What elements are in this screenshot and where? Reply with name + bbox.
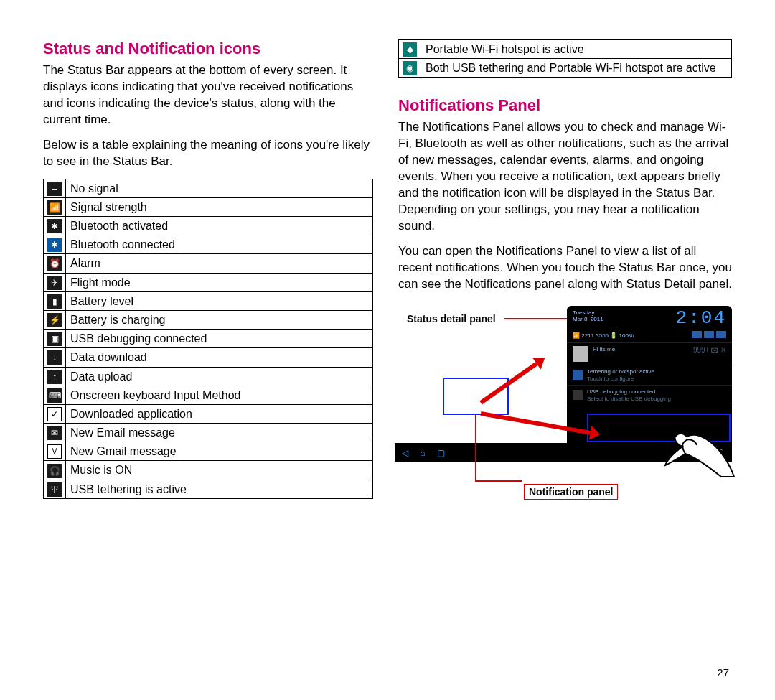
icon-description: Flight mode bbox=[66, 273, 373, 291]
notification-subtitle: Touch to configure bbox=[587, 375, 726, 383]
icon-description: Battery is charging bbox=[66, 310, 373, 329]
no-signal-icon: – bbox=[44, 179, 66, 197]
device-notification-item: Hi its me 999+ 🖂 ✕ bbox=[567, 343, 732, 365]
new-email-icon: ✉ bbox=[44, 424, 66, 442]
table-row: ✈Flight mode bbox=[44, 273, 373, 291]
table-row: ΨUSB tethering is active bbox=[44, 480, 373, 498]
device-date: Mar 8, 2011 bbox=[573, 317, 603, 323]
battery-level-icon: ▮ bbox=[44, 291, 66, 310]
icon-description: Battery level bbox=[66, 291, 373, 310]
icon-description: Data download bbox=[66, 348, 373, 367]
status-icon-table-continued: ◆Portable Wi-Fi hotspot is active◉Both U… bbox=[398, 39, 732, 78]
device-signal-battery: 📶 2211 3555 🔋 100% bbox=[573, 332, 634, 339]
status-icon-table: –No signal📶Signal strength✱Bluetooth act… bbox=[43, 179, 373, 499]
table-row: ✱Bluetooth connected bbox=[44, 235, 373, 254]
table-row: 🎧Music is ON bbox=[44, 461, 373, 480]
status-icons-heading: Status and Notification icons bbox=[43, 39, 373, 58]
page-number: 27 bbox=[398, 666, 732, 678]
back-icon: ◁ bbox=[402, 448, 408, 458]
callout-status-detail-label: Status detail panel bbox=[407, 313, 496, 325]
table-row: ↓Data download bbox=[44, 348, 373, 367]
usb-and-hotspot-icon: ◉ bbox=[399, 59, 421, 78]
status-icons-intro-1: The Status Bar appears at the bottom of … bbox=[43, 62, 373, 129]
notifications-panel-para-1: The Notifications Panel allows you to ch… bbox=[398, 119, 732, 235]
table-row: ▣USB debugging connected bbox=[44, 330, 373, 348]
highlight-box bbox=[587, 414, 731, 442]
left-column: Status and Notification icons The Status… bbox=[43, 39, 373, 678]
table-row: –No signal bbox=[44, 179, 373, 197]
table-row: 📶Signal strength bbox=[44, 197, 373, 216]
new-gmail-icon: M bbox=[44, 442, 66, 461]
icon-description: Bluetooth connected bbox=[66, 235, 373, 254]
icon-description: New Gmail message bbox=[66, 442, 373, 461]
hotspot-icon bbox=[573, 370, 583, 380]
notification-subtitle: Select to disable USB debugging bbox=[587, 396, 726, 403]
usb-tethering-icon: Ψ bbox=[44, 480, 66, 498]
table-row: MNew Gmail message bbox=[44, 442, 373, 461]
icon-description: Signal strength bbox=[66, 197, 373, 216]
avatar bbox=[573, 346, 588, 362]
data-upload-icon: ↑ bbox=[44, 367, 66, 386]
callout-leader-line bbox=[504, 318, 568, 319]
bluetooth-activated-icon: ✱ bbox=[44, 217, 66, 235]
callout-leader-line bbox=[475, 480, 522, 482]
notification-title: Tethering or hotspot active bbox=[587, 368, 726, 375]
table-row: ⏰Alarm bbox=[44, 254, 373, 273]
table-row: ↑Data upload bbox=[44, 367, 373, 386]
flight-mode-icon: ✈ bbox=[44, 273, 66, 291]
alarm-icon: ⏰ bbox=[44, 254, 66, 273]
table-row: ✱Bluetooth activated bbox=[44, 217, 373, 235]
device-notification-item: Tethering or hotspot active Touch to con… bbox=[567, 365, 732, 386]
notifications-panel-figure: Status detail panel Tuesday Mar 8, 2011 … bbox=[398, 306, 732, 500]
table-row: ◆Portable Wi-Fi hotspot is active bbox=[399, 40, 732, 59]
taskbar-status-icons: 🔋 📶 ⏲ bbox=[696, 448, 725, 456]
status-icons-intro-2: Below is a table explaining the meaning … bbox=[43, 137, 373, 170]
table-row: ⚡Battery is charging bbox=[44, 310, 373, 329]
data-download-icon: ↓ bbox=[44, 348, 66, 367]
battery-charging-icon: ⚡ bbox=[44, 310, 66, 329]
device-clock: 2:04 bbox=[676, 310, 726, 327]
icon-description: Bluetooth activated bbox=[66, 217, 373, 235]
device-quick-toggles bbox=[690, 331, 726, 340]
notification-actions: 🖂 ✕ bbox=[711, 346, 726, 354]
device-notification-item: USB debugging connected Select to disabl… bbox=[567, 386, 732, 406]
usb-debugging-icon: ▣ bbox=[44, 330, 66, 348]
notification-badge: 999+ bbox=[693, 346, 710, 354]
icon-description: No signal bbox=[66, 179, 373, 197]
notifications-panel-heading: Notifications Panel bbox=[398, 96, 732, 115]
table-row: ✓Downloaded application bbox=[44, 404, 373, 423]
icon-description: Downloaded application bbox=[66, 404, 373, 423]
icon-description: Both USB tethering and Portable Wi-Fi ho… bbox=[421, 59, 732, 78]
highlight-box bbox=[443, 378, 509, 415]
table-row: ✉New Email message bbox=[44, 424, 373, 442]
table-row: ▮Battery level bbox=[44, 291, 373, 310]
icon-description: Onscreen keyboard Input Method bbox=[66, 386, 373, 404]
table-row: ◉Both USB tethering and Portable Wi-Fi h… bbox=[399, 59, 732, 78]
keyboard-input-icon: ⌨ bbox=[44, 386, 66, 404]
downloaded-app-icon: ✓ bbox=[44, 404, 66, 423]
icon-description: USB debugging connected bbox=[66, 330, 373, 348]
recents-icon: ▢ bbox=[437, 448, 445, 458]
table-row: ⌨Onscreen keyboard Input Method bbox=[44, 386, 373, 404]
icon-description: Portable Wi-Fi hotspot is active bbox=[421, 40, 732, 59]
callout-leader-line bbox=[475, 415, 476, 481]
icon-description: USB tethering is active bbox=[66, 480, 373, 498]
home-icon: ⌂ bbox=[420, 448, 425, 458]
device-taskbar: ◁ ⌂ ▢ 🔋 📶 ⏲ bbox=[395, 443, 732, 462]
bluetooth-connected-icon: ✱ bbox=[44, 235, 66, 254]
icon-description: New Email message bbox=[66, 424, 373, 442]
callout-notification-panel-label: Notification panel bbox=[524, 484, 618, 500]
icon-description: Alarm bbox=[66, 254, 373, 273]
portable-hotspot-icon: ◆ bbox=[399, 40, 421, 59]
signal-strength-icon: 📶 bbox=[44, 197, 66, 216]
music-on-icon: 🎧 bbox=[44, 461, 66, 480]
icon-description: Data upload bbox=[66, 367, 373, 386]
right-column: ◆Portable Wi-Fi hotspot is active◉Both U… bbox=[398, 39, 732, 678]
notification-title: Hi its me bbox=[593, 346, 689, 353]
usb-icon bbox=[573, 390, 583, 400]
notifications-panel-para-2: You can open the Notifications Panel to … bbox=[398, 243, 732, 293]
icon-description: Music is ON bbox=[66, 461, 373, 480]
notification-title: USB debugging connected bbox=[587, 388, 726, 396]
